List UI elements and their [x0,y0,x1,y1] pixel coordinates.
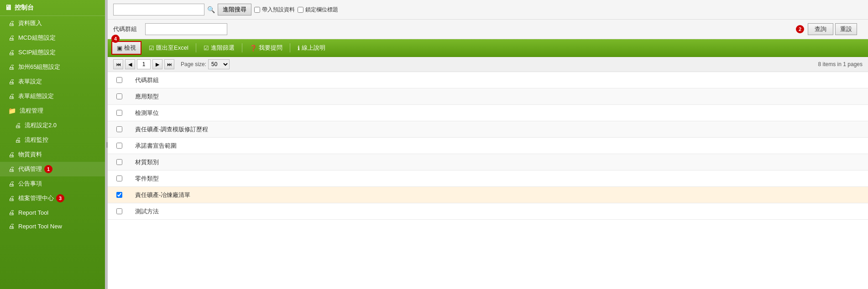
row-checkbox-cell [108,93,131,99]
row-checkbox-cell [108,126,131,132]
process-settings-icon: 🖨 [15,122,21,129]
sidebar-item-process-management[interactable]: 📁 流程管理 [0,103,105,118]
export-excel-button[interactable]: ☑ 匯出至Excel [144,42,193,54]
row-checkbox-cell [108,159,131,165]
sidebar-item-label: MCD組態設定 [18,34,56,42]
advanced-search-label: 進階搜尋 [223,5,246,14]
row-checkbox-4[interactable] [116,126,122,132]
sidebar-item-label: 公告事項 [18,180,42,188]
next-page-button[interactable]: ▶ [152,59,162,69]
sidebar-item-mcd[interactable]: 🖨 MCD組態設定 [0,31,105,45]
sidebar-item-process-settings[interactable]: 🖨 流程設定2.0 [0,118,105,133]
view-icon: ▣ [117,45,122,52]
row-checkbox-9[interactable] [116,208,122,214]
sidebar-item-label: 檔案管理中心 [18,194,54,202]
data-table: 代碼群組 應用類型 檢測單位 責任礦產-調查模版修訂歷程 承諾書宣告範圍 材質類… [108,72,868,289]
default-data-checkbox[interactable] [254,7,260,13]
sidebar-item-label: 表單組態設定 [18,92,54,100]
sidebar-header: 🖥 控制台 [0,0,105,16]
sidebar-item-scip[interactable]: 🖨 SCIP組態設定 [0,45,105,60]
sidebar-item-report-tool-new[interactable]: 🖨 Report Tool New [0,219,105,233]
sidebar-item-label: 加州65組態設定 [18,63,60,71]
sidebar-item-label: 流程監控 [25,136,48,144]
row-checkbox-8[interactable] [116,192,122,198]
view-label: 檢視 [124,44,136,52]
sidebar-item-data-import[interactable]: 🖨 資料匯入 [0,16,105,31]
ask-button[interactable]: ❓ 我要提問 [245,42,287,54]
badge-4: 4 [111,35,120,43]
sidebar-item-announcement[interactable]: 🖨 公告事項 [0,176,105,191]
code-mgmt-icon: 🖨 [8,165,15,173]
row-text-1: 代碼群組 [131,73,868,87]
help-label: 線上說明 [302,44,325,52]
default-data-checkbox-label[interactable]: 帶入預設資料 [254,6,295,14]
sidebar-title: 控制台 [15,4,34,12]
row-checkbox-cell [108,208,131,214]
pagination-bar: ⏮ ◀ ▶ ⏭ Page size: 10 20 50 100 8 items … [108,57,868,72]
help-button[interactable]: ℹ 線上說明 [293,42,330,54]
toolbar-sep-2 [242,43,242,52]
data-import-icon: 🖨 [8,20,15,27]
row-text-5: 承諾書宣告範圍 [131,139,868,153]
sidebar-item-substance[interactable]: 🖨 物質資料 [0,147,105,162]
ask-label: 我要提問 [259,44,282,52]
reset-button[interactable]: 重設 [835,23,857,35]
row-checkbox-6[interactable] [116,159,122,165]
page-size-select[interactable]: 10 20 50 100 [208,59,230,69]
search-bar: 🔍 進階搜尋 帶入預設資料 鎖定欄位標題 [108,0,868,20]
control-panel-icon: 🖥 [5,4,12,12]
page-number-input[interactable] [137,59,151,69]
code-mgmt-badge: 1 [44,165,52,173]
form-group-icon: 🖨 [8,93,15,100]
first-page-button[interactable]: ⏮ [113,59,123,69]
prev-page-button[interactable]: ◀ [125,59,135,69]
view-button[interactable]: ▣ 檢視 [111,41,141,55]
advanced-filter-button[interactable]: ☑ 進階篩選 [199,42,239,54]
query-button[interactable]: 查詢 [808,23,833,35]
row-checkbox-1[interactable] [116,77,122,83]
row-checkbox-cell [108,77,131,83]
lock-columns-checkbox-label[interactable]: 鎖定欄位標題 [298,6,338,14]
advanced-filter-label: 進階篩選 [211,44,235,52]
export-excel-label: 匯出至Excel [156,44,188,52]
row-text-2: 應用類型 [131,90,868,103]
table-row: 測試方法 [108,203,868,220]
mcd-icon: 🖨 [8,34,15,41]
scip-icon: 🖨 [8,49,15,56]
last-page-button[interactable]: ⏭ [164,59,174,69]
row-text-4: 責任礦產-調查模版修訂歷程 [131,123,868,136]
row-text-7: 零件類型 [131,172,868,186]
sidebar-item-form-group[interactable]: 🖨 表單組態設定 [0,89,105,103]
table-row: 責任礦產-調查模版修訂歷程 [108,121,868,138]
report-tool-icon: 🖨 [8,209,15,216]
row-checkbox-cell [108,175,131,181]
row-checkbox-3[interactable] [116,110,122,116]
reset-label: 重設 [840,26,852,32]
sidebar: 🖥 控制台 🖨 資料匯入 🖨 MCD組態設定 🖨 SCIP組態設定 🖨 加州65… [0,0,105,289]
search-input[interactable] [113,4,204,15]
code-group-input[interactable] [145,23,227,35]
sidebar-item-report-tool[interactable]: 🖨 Report Tool [0,206,105,219]
sidebar-item-ca65[interactable]: 🖨 加州65組態設定 [0,60,105,74]
sidebar-item-form[interactable]: 🖨 表單設定 [0,74,105,89]
row-checkbox-7[interactable] [116,175,122,181]
badge-2: 2 [796,25,804,33]
sidebar-item-file-management[interactable]: 🖨 檔案管理中心 3 [0,191,105,206]
help-icon: ℹ [298,45,300,52]
sidebar-item-process-monitor[interactable]: 🖨 流程監控 [0,133,105,147]
row-checkbox-5[interactable] [116,143,122,149]
sidebar-item-label: 代碼管理 [18,165,42,173]
sidebar-item-code-management[interactable]: 🖨 代碼管理 1 [0,162,105,176]
table-row: 零件類型 [108,170,868,187]
sidebar-item-label: SCIP組態設定 [18,48,56,57]
sidebar-item-label: 表單設定 [18,77,42,86]
advanced-search-button[interactable]: 進階搜尋 [218,4,251,15]
code-group-label: 代碼群組 [113,25,141,33]
lock-columns-checkbox[interactable] [298,7,303,13]
ca65-icon: 🖨 [8,63,15,71]
row-checkbox-2[interactable] [116,93,122,99]
table-row: 承諾書宣告範圍 [108,138,868,154]
form-icon: 🖨 [8,78,15,85]
sidebar-item-label: 流程設定2.0 [25,121,57,129]
top-right-buttons: 2 查詢 重設 [796,23,857,35]
